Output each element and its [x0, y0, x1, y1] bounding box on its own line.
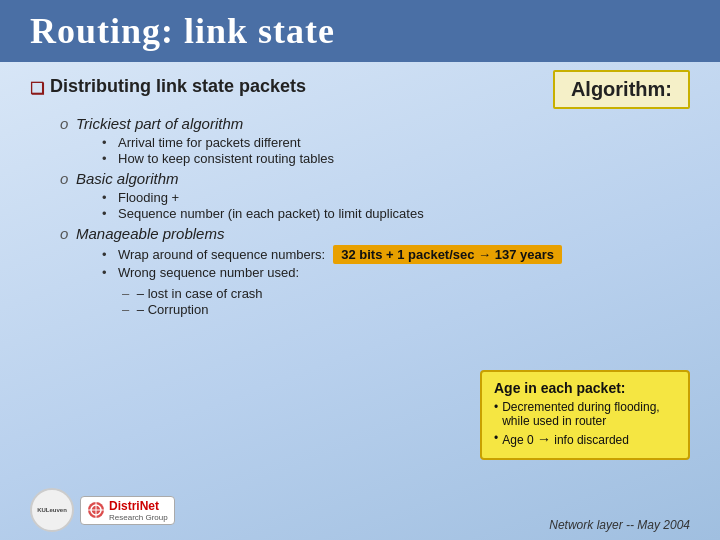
kuleuven-text: KULeuven — [37, 507, 67, 513]
bottom-area: KULeuven DistriNet Research Group Networ… — [30, 488, 690, 532]
list-item: – – Corruption — [122, 302, 263, 317]
callout-item-1-text: Decremented during flooding, while used … — [502, 400, 676, 428]
o-label-1: o — [60, 115, 70, 132]
list-item: • Wrong sequence number used: – – lost i… — [102, 265, 690, 317]
section-basic-items: • Flooding + • Sequence number (in each … — [102, 190, 690, 221]
sub-item-crash: – lost in case of crash — [137, 286, 263, 301]
logo-area: KULeuven DistriNet Research Group — [30, 488, 175, 532]
list-item: • Arrival time for packets different — [102, 135, 690, 150]
callout-item-2: • Age 0 → info discarded — [494, 431, 676, 447]
bullet-dot: • — [102, 206, 114, 221]
distrinet-name: DistriNet — [109, 499, 168, 513]
bullet-dot: • — [494, 431, 498, 445]
trickiest-item-1: Arrival time for packets different — [118, 135, 301, 150]
research-group-text: Research Group — [109, 513, 168, 522]
section-trickiest-heading: o Trickiest part of algorithm — [60, 115, 690, 132]
title-bar: Routing: link state — [0, 0, 720, 62]
callout-title: Age in each packet: — [494, 380, 676, 396]
section-manageable-title: Manageable problems — [76, 225, 224, 242]
section-basic-title: Basic algorithm — [76, 170, 179, 187]
main-bullet-text: Distributing link state packets — [50, 76, 306, 97]
section-trickiest-items: • Arrival time for packets different • H… — [102, 135, 690, 166]
list-item: • Sequence number (in each packet) to li… — [102, 206, 690, 221]
section-manageable-heading: o Manageable problems — [60, 225, 690, 242]
kuleuven-logo: KULeuven — [30, 488, 74, 532]
footer-text: Network layer -- May 2004 — [549, 518, 690, 532]
callout-item-1: • Decremented during flooding, while use… — [494, 400, 676, 428]
bullet-dot: • — [494, 400, 498, 414]
basic-item-1: Flooding + — [118, 190, 179, 205]
distrinet-icon — [87, 501, 105, 519]
main-bullet-icon: ❑ — [30, 79, 44, 98]
main-bullet: ❑ Distributing link state packets — [30, 70, 306, 98]
bullet-dot: • — [102, 135, 114, 150]
section-basic-heading: o Basic algorithm — [60, 170, 690, 187]
bullet-dot: • — [102, 190, 114, 205]
sub-item-corruption: – Corruption — [137, 302, 209, 317]
distrinet-logo: DistriNet Research Group — [80, 496, 175, 525]
list-item: • Wrap around of sequence numbers: 32 bi… — [102, 245, 690, 264]
basic-item-2: Sequence number (in each packet) to limi… — [118, 206, 424, 221]
section-basic: o Basic algorithm • Flooding + • Sequenc… — [60, 170, 690, 221]
list-item: • How to keep consistent routing tables — [102, 151, 690, 166]
section-trickiest-title: Trickiest part of algorithm — [76, 115, 243, 132]
trickiest-item-2: How to keep consistent routing tables — [118, 151, 334, 166]
callout-box: Age in each packet: • Decremented during… — [480, 370, 690, 460]
wrap-highlight: 32 bits + 1 packet/sec → 137 years — [333, 245, 562, 264]
top-row: ❑ Distributing link state packets Algori… — [30, 70, 690, 109]
bullet-dot: • — [102, 247, 114, 262]
section-trickiest: o Trickiest part of algorithm • Arrival … — [60, 115, 690, 166]
bullet-dot: • — [102, 265, 114, 280]
section-manageable: o Manageable problems • Wrap around of s… — [60, 225, 690, 317]
list-item: – – lost in case of crash — [122, 286, 263, 301]
callout-item-2-text: Age 0 → info discarded — [502, 431, 629, 447]
bullet-dot: • — [102, 151, 114, 166]
slide-title: Routing: link state — [30, 11, 335, 51]
list-item: • Flooding + — [102, 190, 690, 205]
manageable-item-2-prefix: Wrong sequence number used: — [118, 265, 299, 280]
o-label-2: o — [60, 170, 70, 187]
o-label-3: o — [60, 225, 70, 242]
dash-icon: – — [122, 286, 129, 301]
content-area: ❑ Distributing link state packets Algori… — [0, 70, 720, 317]
algorithm-box: Algorithm: — [553, 70, 690, 109]
dash-icon-2: – — [122, 302, 129, 317]
slide: Routing: link state ❑ Distributing link … — [0, 0, 720, 540]
manageable-item-1-prefix: Wrap around of sequence numbers: — [118, 247, 325, 262]
section-manageable-items: • Wrap around of sequence numbers: 32 bi… — [102, 245, 690, 317]
